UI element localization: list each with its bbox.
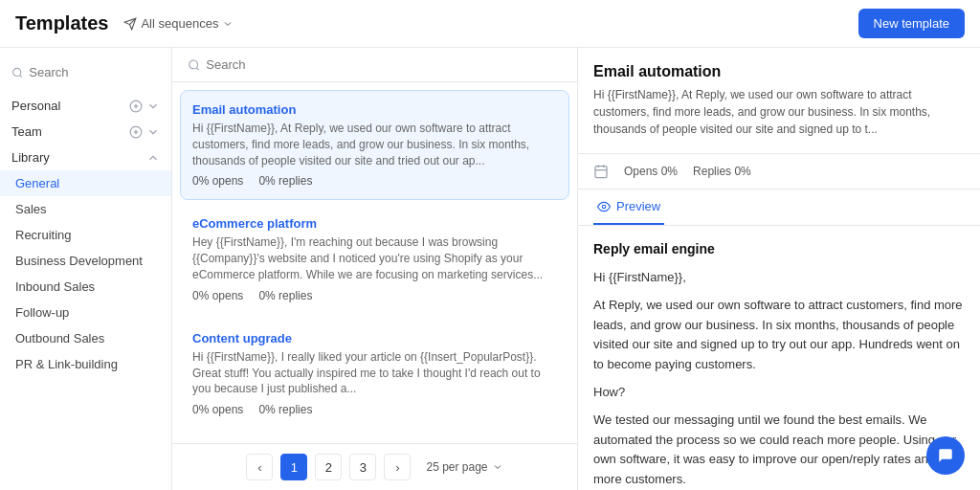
sidebar-item-business-development[interactable]: Business Development: [0, 248, 171, 274]
personal-icons: [129, 100, 160, 113]
prev-page-button[interactable]: ‹: [246, 454, 273, 480]
template-card-stats: 0% opens 0% replies: [192, 403, 557, 416]
svg-point-16: [602, 205, 606, 209]
right-title: Email automation: [593, 63, 965, 80]
calendar-icon: [593, 164, 609, 179]
page-3-button[interactable]: 3: [349, 454, 376, 480]
send-icon: [123, 17, 137, 31]
sidebar-section-team[interactable]: Team: [0, 119, 171, 145]
top-bar: Templates All sequences New template: [0, 0, 980, 48]
right-tabs: Preview: [578, 189, 980, 226]
template-card-title: eCommerce platform: [192, 216, 557, 231]
new-template-button[interactable]: New template: [858, 9, 965, 38]
svg-line-11: [196, 67, 198, 69]
opens-badge: 0% opens: [192, 403, 243, 416]
template-card[interactable]: eCommerce platform Hey {{FirstName}}, I'…: [180, 204, 569, 314]
team-label: Team: [11, 124, 42, 139]
sidebar-item-sales[interactable]: Sales: [0, 196, 171, 222]
template-card-title: Content upgrade: [192, 331, 557, 345]
email-body: Hi {{FirstName}},At Reply, we used our o…: [593, 268, 965, 490]
search-icon: [11, 66, 23, 79]
template-card-body: Hey {{FirstName}}, I'm reaching out beca…: [192, 234, 557, 282]
next-page-button[interactable]: ›: [384, 454, 411, 480]
chevron-down-icon: [146, 100, 160, 113]
replies-stat: Replies 0%: [693, 165, 751, 178]
right-preview-text: Hi {{FirstName}}, At Reply, we used our …: [593, 86, 965, 138]
sequences-dropdown[interactable]: All sequences: [123, 16, 234, 31]
team-icons: [129, 125, 160, 139]
sidebar-item-recruiting[interactable]: Recruiting: [0, 222, 171, 248]
center-search-input[interactable]: [206, 57, 562, 72]
sidebar-section-personal[interactable]: Personal: [0, 93, 171, 119]
right-panel: Email automation Hi {{FirstName}}, At Re…: [578, 48, 980, 490]
center-search-container: [172, 48, 577, 82]
per-page-selector[interactable]: 25 per page: [426, 460, 502, 474]
sidebar-item-outbound-sales[interactable]: Outbound Sales: [0, 325, 171, 351]
replies-badge: 0% replies: [258, 289, 312, 302]
plus-icon: [129, 100, 143, 113]
right-stats: Opens 0% Replies 0%: [578, 154, 980, 189]
per-page-label: 25 per page: [426, 460, 487, 474]
right-header: Email automation Hi {{FirstName}}, At Re…: [578, 48, 980, 154]
page-2-button[interactable]: 2: [315, 454, 342, 480]
sidebar-search-input[interactable]: [29, 65, 160, 79]
template-card[interactable]: Email automation Hi {{FirstName}}, At Re…: [180, 90, 569, 200]
chevron-up-icon: [146, 151, 160, 165]
sidebar-item-general[interactable]: General: [0, 170, 171, 196]
preview-tab-label: Preview: [616, 199, 660, 213]
pagination: ‹ 1 2 3 › 25 per page: [172, 443, 577, 490]
template-card-stats: 0% opens 0% replies: [192, 289, 557, 302]
page-title: Templates: [15, 12, 108, 34]
template-card-body: Hi {{FirstName}}, I really liked your ar…: [192, 349, 557, 397]
sidebar-item-inbound-sales[interactable]: Inbound Sales: [0, 274, 171, 300]
opens-stat: Opens 0%: [624, 165, 678, 178]
chevron-down-icon: [492, 461, 503, 473]
library-label: Library: [11, 150, 50, 165]
sidebar-section-library[interactable]: Library: [0, 145, 171, 170]
opens-badge: 0% opens: [192, 289, 243, 302]
template-card[interactable]: Content upgrade Hi {{FirstName}}, I real…: [180, 319, 569, 429]
template-card-body: Hi {{FirstName}}, At Reply, we used our …: [192, 121, 557, 168]
chevron-down-icon: [222, 18, 234, 30]
replies-badge: 0% replies: [258, 174, 312, 188]
preview-tab[interactable]: Preview: [593, 189, 664, 225]
email-body-line: At Reply, we used our own software to at…: [593, 296, 965, 375]
svg-point-2: [13, 68, 21, 76]
top-bar-left: Templates All sequences: [15, 12, 234, 34]
templates-list: Email automation Hi {{FirstName}}, At Re…: [172, 82, 577, 443]
sidebar: Personal Team Library GeneralSalesRecrui…: [0, 48, 172, 490]
sidebar-item-pr-link-building[interactable]: PR & Link-building: [0, 351, 171, 377]
right-content: Reply email engine Hi {{FirstName}},At R…: [578, 226, 980, 490]
chevron-down-icon: [146, 125, 160, 139]
main-content: Personal Team Library GeneralSalesRecrui…: [0, 48, 980, 490]
email-body-line: We tested our messaging until we found t…: [593, 411, 965, 490]
email-subject: Reply email engine: [593, 241, 965, 256]
library-items-list: GeneralSalesRecruitingBusiness Developme…: [0, 170, 171, 377]
template-card[interactable]: Compliment Hi {{FirstName}}, I really li…: [180, 433, 569, 443]
personal-label: Personal: [11, 99, 60, 113]
sidebar-search-container: [0, 59, 171, 85]
email-body-line: How?: [593, 383, 965, 403]
eye-icon: [597, 200, 611, 213]
template-card-title: Email automation: [192, 102, 557, 117]
svg-rect-12: [595, 167, 607, 178]
sequences-label: All sequences: [141, 16, 218, 31]
svg-point-10: [189, 60, 198, 69]
opens-badge: 0% opens: [192, 174, 243, 188]
center-panel: Email automation Hi {{FirstName}}, At Re…: [172, 48, 578, 490]
page-1-button[interactable]: 1: [280, 454, 307, 480]
chat-icon: [937, 447, 954, 464]
replies-badge: 0% replies: [258, 403, 312, 416]
search-icon: [188, 58, 200, 72]
sidebar-item-follow-up[interactable]: Follow-up: [0, 300, 171, 325]
email-body-line: Hi {{FirstName}},: [593, 268, 965, 288]
plus-icon: [129, 125, 143, 139]
svg-line-3: [20, 75, 22, 77]
template-card-stats: 0% opens 0% replies: [192, 174, 557, 188]
chat-bubble[interactable]: [926, 436, 965, 475]
